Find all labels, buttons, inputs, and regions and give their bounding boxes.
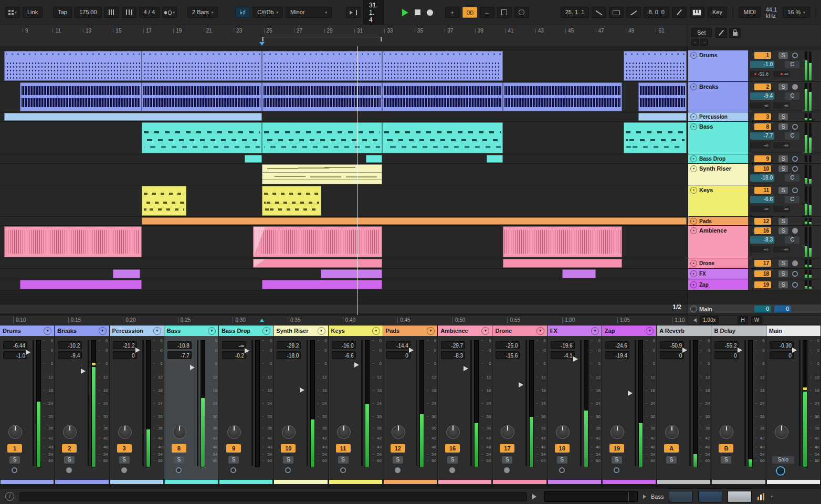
- zoom-level[interactable]: 1.00x: [700, 316, 719, 324]
- pan-knob[interactable]: [337, 425, 351, 439]
- solo-button[interactable]: S: [778, 187, 788, 194]
- track-name-cell[interactable]: ▸Drone: [688, 258, 748, 268]
- track-header-main[interactable]: ▸Main00: [688, 304, 821, 314]
- mixer-strip-header[interactable]: Synth Riser▾: [273, 326, 328, 336]
- track-number-badge[interactable]: 11: [336, 444, 351, 453]
- track-number-badge[interactable]: 16: [445, 444, 460, 453]
- pan-knob[interactable]: [775, 425, 788, 439]
- pan-knob[interactable]: [118, 425, 132, 439]
- collapse-icon[interactable]: ▾: [690, 187, 697, 194]
- pan-knob[interactable]: [282, 425, 296, 439]
- loop-switch-icon[interactable]: [609, 7, 624, 18]
- solo-button[interactable]: S: [447, 456, 458, 464]
- arm-button[interactable]: [12, 467, 17, 473]
- send-value[interactable]: -∞: [750, 206, 770, 212]
- track-lane[interactable]: [0, 304, 688, 314]
- arm-button[interactable]: [792, 271, 798, 277]
- new-button[interactable]: +: [445, 7, 460, 18]
- volume-value[interactable]: -18.0: [750, 174, 774, 182]
- mixer-strip[interactable]: Bass▾-10.8-7.76061218243036424854608S: [164, 326, 219, 484]
- record-button[interactable]: [427, 9, 433, 16]
- arm-button[interactable]: [395, 467, 401, 473]
- device-thumbnail[interactable]: [669, 491, 693, 502]
- fader-track[interactable]: [635, 340, 636, 466]
- arm-button[interactable]: [285, 467, 291, 473]
- pan-knob[interactable]: [392, 425, 405, 439]
- track-name-cell[interactable]: ▾Bass: [688, 122, 748, 154]
- fader-value[interactable]: 0: [660, 351, 684, 359]
- clip[interactable]: [562, 269, 596, 278]
- playhead[interactable]: [357, 46, 357, 315]
- arm-button[interactable]: [792, 282, 798, 288]
- scale-mode-icon[interactable]: ♭♯: [235, 7, 250, 18]
- clip[interactable]: [366, 155, 382, 163]
- zoom-height-button[interactable]: H: [738, 316, 748, 324]
- peak-level-value[interactable]: -14.4: [386, 341, 410, 349]
- arm-button[interactable]: [121, 467, 127, 473]
- cpu-load-menu[interactable]: 16 %▾: [783, 7, 810, 18]
- scale-name-menu[interactable]: Minor▾: [286, 7, 332, 18]
- track-header[interactable]: ▸Drone17S: [688, 258, 821, 269]
- pan-value[interactable]: C: [785, 196, 799, 203]
- fader-track[interactable]: [689, 340, 691, 466]
- chevron-down-icon[interactable]: ▾: [99, 327, 107, 335]
- track-header[interactable]: ▸Bass Drop9S: [688, 154, 821, 164]
- peak-level-value[interactable]: -10.8: [167, 341, 192, 349]
- fader-handle[interactable]: [792, 348, 797, 353]
- fader-value[interactable]: -8.3: [441, 351, 465, 359]
- track-name-cell[interactable]: ▾Keys: [688, 185, 748, 216]
- fader-value[interactable]: -19.4: [605, 351, 629, 359]
- clip[interactable]: [142, 217, 687, 225]
- main-output-value[interactable]: 0: [754, 306, 771, 312]
- mixer-strip-header[interactable]: Ambience▾: [438, 326, 492, 336]
- track-number-badge[interactable]: 16: [754, 227, 771, 234]
- collapse-icon[interactable]: ▾: [690, 83, 697, 90]
- fader-handle[interactable]: [300, 387, 304, 393]
- peak-level-value[interactable]: -55.2: [714, 341, 739, 349]
- track-number-badge[interactable]: 10: [281, 444, 296, 453]
- clip[interactable]: [262, 122, 382, 153]
- arm-button[interactable]: [792, 52, 798, 58]
- punch-in-icon[interactable]: [592, 7, 606, 18]
- preview-volume-knob[interactable]: [776, 466, 785, 476]
- arm-button[interactable]: [614, 467, 619, 473]
- track-number-badge[interactable]: 2: [754, 83, 771, 90]
- fader-value[interactable]: -4.1: [551, 351, 575, 359]
- peak-level-value[interactable]: -24.6: [605, 341, 629, 349]
- clip[interactable]: [142, 186, 186, 216]
- mixer-strip[interactable]: Ambience▾-29.7-8.36061218243036424854601…: [438, 326, 492, 484]
- arm-button[interactable]: [504, 467, 510, 473]
- fader-track[interactable]: [197, 340, 198, 466]
- solo-button[interactable]: S: [228, 456, 239, 464]
- beat-time-ruler[interactable]: 9111315171921232527293133353739414345474…: [0, 25, 688, 47]
- track-lane[interactable]: [0, 154, 688, 164]
- fader-value[interactable]: 0: [770, 351, 794, 359]
- clip[interactable]: [20, 82, 142, 111]
- mixer-strip-header[interactable]: A Reverb: [657, 326, 711, 336]
- track-name-cell[interactable]: ▾Breaks: [688, 82, 748, 112]
- fader-track[interactable]: [142, 340, 144, 466]
- arm-button[interactable]: [230, 467, 236, 473]
- clip[interactable]: [624, 51, 687, 81]
- track-number-badge[interactable]: 18: [555, 444, 570, 453]
- clip[interactable]: [382, 82, 503, 111]
- pan-knob[interactable]: [611, 425, 624, 439]
- mixer-strip-header[interactable]: Drums▾: [0, 326, 54, 336]
- solo-button[interactable]: S: [778, 155, 788, 162]
- solo-button[interactable]: S: [778, 227, 788, 234]
- clip[interactable]: [382, 122, 503, 153]
- fader-track[interactable]: [361, 340, 363, 466]
- track-number-badge[interactable]: 9: [226, 444, 241, 453]
- solo-button[interactable]: S: [666, 456, 677, 464]
- clip[interactable]: [253, 226, 382, 257]
- mixer-strip[interactable]: Bass Drop▾-∞-0.26061218243036424854609S: [219, 326, 273, 484]
- draw-pencil-icon[interactable]: [672, 7, 687, 18]
- fader-track[interactable]: [744, 340, 746, 466]
- fader-handle[interactable]: [26, 350, 30, 355]
- arm-button[interactable]: [792, 84, 798, 90]
- fader-handle[interactable]: [81, 369, 86, 374]
- solo-button[interactable]: S: [778, 113, 788, 120]
- track-name-cell[interactable]: ▾Drums: [688, 50, 748, 81]
- solo-button[interactable]: S: [778, 281, 788, 288]
- fader-value[interactable]: -1.0: [3, 351, 27, 359]
